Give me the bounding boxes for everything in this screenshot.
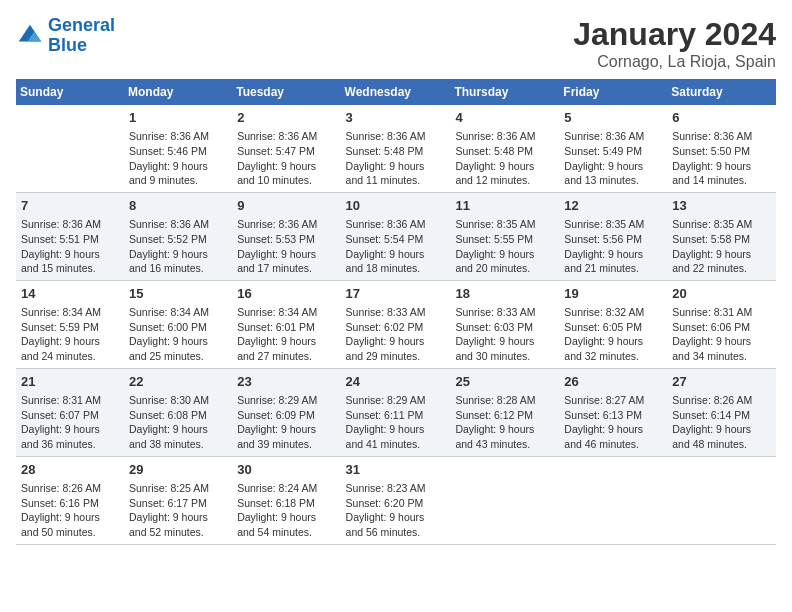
day-header: Wednesday [341,79,451,105]
day-number: 3 [346,109,446,127]
day-number: 1 [129,109,227,127]
day-number: 5 [564,109,662,127]
header: General Blue January 2024 Cornago, La Ri… [16,16,776,71]
week-row: 7Sunrise: 8:36 AMSunset: 5:51 PMDaylight… [16,192,776,280]
day-info: Sunrise: 8:34 AMSunset: 6:01 PMDaylight:… [237,305,335,364]
day-info: Sunrise: 8:35 AMSunset: 5:58 PMDaylight:… [672,217,771,276]
calendar-cell [559,456,667,544]
calendar-cell: 17Sunrise: 8:33 AMSunset: 6:02 PMDayligh… [341,280,451,368]
calendar-cell: 3Sunrise: 8:36 AMSunset: 5:48 PMDaylight… [341,105,451,192]
calendar-cell: 25Sunrise: 8:28 AMSunset: 6:12 PMDayligh… [450,368,559,456]
day-info: Sunrise: 8:26 AMSunset: 6:16 PMDaylight:… [21,481,119,540]
logo: General Blue [16,16,115,56]
header-row: SundayMondayTuesdayWednesdayThursdayFrid… [16,79,776,105]
day-info: Sunrise: 8:36 AMSunset: 5:49 PMDaylight:… [564,129,662,188]
calendar-cell: 21Sunrise: 8:31 AMSunset: 6:07 PMDayligh… [16,368,124,456]
day-info: Sunrise: 8:35 AMSunset: 5:56 PMDaylight:… [564,217,662,276]
calendar-cell: 4Sunrise: 8:36 AMSunset: 5:48 PMDaylight… [450,105,559,192]
day-number: 4 [455,109,554,127]
calendar-cell: 18Sunrise: 8:33 AMSunset: 6:03 PMDayligh… [450,280,559,368]
day-number: 18 [455,285,554,303]
day-number: 30 [237,461,335,479]
day-number: 27 [672,373,771,391]
calendar-cell [16,105,124,192]
calendar-cell: 20Sunrise: 8:31 AMSunset: 6:06 PMDayligh… [667,280,776,368]
day-info: Sunrise: 8:36 AMSunset: 5:53 PMDaylight:… [237,217,335,276]
day-number: 11 [455,197,554,215]
calendar-cell: 27Sunrise: 8:26 AMSunset: 6:14 PMDayligh… [667,368,776,456]
day-info: Sunrise: 8:36 AMSunset: 5:48 PMDaylight:… [455,129,554,188]
day-info: Sunrise: 8:24 AMSunset: 6:18 PMDaylight:… [237,481,335,540]
day-info: Sunrise: 8:36 AMSunset: 5:52 PMDaylight:… [129,217,227,276]
day-number: 31 [346,461,446,479]
day-number: 22 [129,373,227,391]
day-number: 23 [237,373,335,391]
calendar-cell: 23Sunrise: 8:29 AMSunset: 6:09 PMDayligh… [232,368,340,456]
day-info: Sunrise: 8:28 AMSunset: 6:12 PMDaylight:… [455,393,554,452]
calendar-cell: 28Sunrise: 8:26 AMSunset: 6:16 PMDayligh… [16,456,124,544]
day-number: 2 [237,109,335,127]
day-info: Sunrise: 8:36 AMSunset: 5:47 PMDaylight:… [237,129,335,188]
day-info: Sunrise: 8:30 AMSunset: 6:08 PMDaylight:… [129,393,227,452]
day-header: Monday [124,79,232,105]
day-info: Sunrise: 8:34 AMSunset: 5:59 PMDaylight:… [21,305,119,364]
calendar-cell [450,456,559,544]
day-number: 19 [564,285,662,303]
day-number: 16 [237,285,335,303]
day-number: 8 [129,197,227,215]
day-info: Sunrise: 8:36 AMSunset: 5:51 PMDaylight:… [21,217,119,276]
day-number: 24 [346,373,446,391]
day-info: Sunrise: 8:23 AMSunset: 6:20 PMDaylight:… [346,481,446,540]
calendar-cell: 13Sunrise: 8:35 AMSunset: 5:58 PMDayligh… [667,192,776,280]
day-info: Sunrise: 8:27 AMSunset: 6:13 PMDaylight:… [564,393,662,452]
day-number: 17 [346,285,446,303]
day-number: 20 [672,285,771,303]
calendar-table: SundayMondayTuesdayWednesdayThursdayFrid… [16,79,776,545]
day-number: 6 [672,109,771,127]
day-number: 15 [129,285,227,303]
calendar-cell: 9Sunrise: 8:36 AMSunset: 5:53 PMDaylight… [232,192,340,280]
day-info: Sunrise: 8:33 AMSunset: 6:03 PMDaylight:… [455,305,554,364]
day-number: 26 [564,373,662,391]
calendar-cell: 24Sunrise: 8:29 AMSunset: 6:11 PMDayligh… [341,368,451,456]
day-info: Sunrise: 8:31 AMSunset: 6:06 PMDaylight:… [672,305,771,364]
week-row: 28Sunrise: 8:26 AMSunset: 6:16 PMDayligh… [16,456,776,544]
day-number: 7 [21,197,119,215]
calendar-cell: 16Sunrise: 8:34 AMSunset: 6:01 PMDayligh… [232,280,340,368]
day-number: 13 [672,197,771,215]
day-info: Sunrise: 8:34 AMSunset: 6:00 PMDaylight:… [129,305,227,364]
day-header: Tuesday [232,79,340,105]
calendar-cell: 11Sunrise: 8:35 AMSunset: 5:55 PMDayligh… [450,192,559,280]
day-header: Saturday [667,79,776,105]
calendar-cell: 14Sunrise: 8:34 AMSunset: 5:59 PMDayligh… [16,280,124,368]
main-title: January 2024 [573,16,776,53]
calendar-cell: 6Sunrise: 8:36 AMSunset: 5:50 PMDaylight… [667,105,776,192]
subtitle: Cornago, La Rioja, Spain [573,53,776,71]
logo-icon [16,22,44,50]
calendar-cell [667,456,776,544]
logo-text: General Blue [48,16,115,56]
day-number: 10 [346,197,446,215]
day-info: Sunrise: 8:36 AMSunset: 5:50 PMDaylight:… [672,129,771,188]
day-number: 21 [21,373,119,391]
calendar-cell: 15Sunrise: 8:34 AMSunset: 6:00 PMDayligh… [124,280,232,368]
day-info: Sunrise: 8:26 AMSunset: 6:14 PMDaylight:… [672,393,771,452]
day-info: Sunrise: 8:36 AMSunset: 5:48 PMDaylight:… [346,129,446,188]
day-info: Sunrise: 8:36 AMSunset: 5:54 PMDaylight:… [346,217,446,276]
calendar-cell: 19Sunrise: 8:32 AMSunset: 6:05 PMDayligh… [559,280,667,368]
calendar-cell: 2Sunrise: 8:36 AMSunset: 5:47 PMDaylight… [232,105,340,192]
calendar-cell: 29Sunrise: 8:25 AMSunset: 6:17 PMDayligh… [124,456,232,544]
day-header: Friday [559,79,667,105]
day-info: Sunrise: 8:36 AMSunset: 5:46 PMDaylight:… [129,129,227,188]
day-number: 9 [237,197,335,215]
day-number: 29 [129,461,227,479]
calendar-cell: 31Sunrise: 8:23 AMSunset: 6:20 PMDayligh… [341,456,451,544]
day-info: Sunrise: 8:35 AMSunset: 5:55 PMDaylight:… [455,217,554,276]
day-number: 25 [455,373,554,391]
day-info: Sunrise: 8:31 AMSunset: 6:07 PMDaylight:… [21,393,119,452]
week-row: 14Sunrise: 8:34 AMSunset: 5:59 PMDayligh… [16,280,776,368]
calendar-cell: 30Sunrise: 8:24 AMSunset: 6:18 PMDayligh… [232,456,340,544]
calendar-cell: 12Sunrise: 8:35 AMSunset: 5:56 PMDayligh… [559,192,667,280]
day-header: Sunday [16,79,124,105]
day-info: Sunrise: 8:29 AMSunset: 6:09 PMDaylight:… [237,393,335,452]
